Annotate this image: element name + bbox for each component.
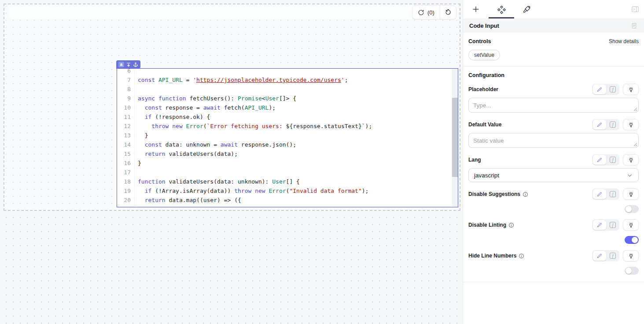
line-content: throw new Error(`Error fetching users: $… xyxy=(135,122,372,131)
plug-icon xyxy=(628,157,634,163)
history-icon xyxy=(445,9,452,16)
field-label-text: Lang xyxy=(468,157,481,163)
fx-mode-button[interactable]: f xyxy=(607,220,618,230)
controls-section: Controls Show details setValue xyxy=(463,33,644,66)
line-number: 8 xyxy=(117,85,135,94)
field-label-text: Disable Suggestions xyxy=(468,191,520,197)
code-line[interactable]: 14 const data: unknown = await response.… xyxy=(117,140,452,149)
line-content xyxy=(135,168,138,177)
static-mode-button[interactable] xyxy=(593,120,606,129)
widget-handle-badge[interactable]: a xyxy=(118,62,124,67)
collapse-panel-button[interactable] xyxy=(631,5,640,14)
code-line[interactable]: 11 if (!response.ok) { xyxy=(117,112,452,122)
fx-mode-button[interactable]: f xyxy=(607,155,618,165)
value-mode-segment: f xyxy=(592,219,619,231)
bind-data-button[interactable] xyxy=(623,84,639,95)
static-mode-button[interactable] xyxy=(593,155,606,165)
arrow-down-to-bar-icon[interactable] xyxy=(126,62,131,67)
field-hide-line-numbers: Hide Line Numbersf xyxy=(468,250,639,275)
bind-data-button[interactable] xyxy=(623,219,639,231)
info-icon[interactable] xyxy=(508,222,514,228)
code-line[interactable]: 15 return validateUsers(data); xyxy=(117,149,452,158)
widget-title: Code Input xyxy=(469,22,499,29)
disable-suggestions-toggle[interactable] xyxy=(625,205,639,213)
line-content: function validateUsers(data: unknown): U… xyxy=(135,177,300,186)
fx-mode-button[interactable]: f xyxy=(607,120,618,129)
code-line[interactable]: 21 id: user.id, xyxy=(117,205,452,207)
input-placeholder: Static value xyxy=(473,137,504,144)
resize-handle-icon[interactable] xyxy=(633,143,637,147)
docs-button[interactable] xyxy=(630,22,638,29)
default-value-input[interactable]: Static value xyxy=(468,133,639,148)
fx-mode-button[interactable]: f xyxy=(607,85,618,94)
anchor-icon[interactable] xyxy=(133,62,138,67)
resize-handle-icon[interactable] xyxy=(633,107,637,111)
static-mode-button[interactable] xyxy=(593,189,606,199)
code-scrollbar-thumb[interactable] xyxy=(452,98,458,177)
field-default-value: Default ValuefStatic value xyxy=(468,119,639,148)
lang-select[interactable]: javascript xyxy=(468,168,639,182)
value-mode-segment: f xyxy=(592,154,619,166)
code-line[interactable]: 20 return data.map((user) => ({ xyxy=(117,195,452,205)
tab-components[interactable] xyxy=(489,0,514,18)
fx-icon: f xyxy=(610,253,616,259)
history-button[interactable] xyxy=(440,6,456,19)
tab-styles[interactable] xyxy=(514,0,540,18)
info-icon[interactable] xyxy=(523,191,528,197)
code-line[interactable]: 16} xyxy=(117,158,452,168)
fx-icon: f xyxy=(610,122,616,128)
code-line[interactable]: 12 throw new Error(`Error fetching users… xyxy=(117,122,452,131)
code-line[interactable]: 6 xyxy=(117,68,452,75)
code-line[interactable]: 7const API_URL = 'https://jsonplaceholde… xyxy=(117,75,452,85)
field-label: Disable Suggestions xyxy=(468,191,528,197)
control-chip-setValue[interactable]: setValue xyxy=(468,50,500,60)
static-mode-button[interactable] xyxy=(593,85,606,94)
placeholder-input[interactable]: Type... xyxy=(468,98,639,113)
code-line[interactable]: 13 } xyxy=(117,131,452,140)
pencil-icon xyxy=(596,253,603,259)
line-number: 21 xyxy=(117,205,135,207)
bind-data-button[interactable] xyxy=(623,188,639,200)
run-events-button[interactable]: (0) xyxy=(412,6,440,19)
line-content xyxy=(135,68,138,75)
line-content: id: user.id, xyxy=(135,205,193,207)
toggle-knob xyxy=(632,237,638,243)
show-details-button[interactable]: Show details xyxy=(609,38,639,44)
code-line[interactable]: 9async function fetchUsers(): Promise<Us… xyxy=(117,94,452,103)
code-line[interactable]: 19 if (!Array.isArray(data)) throw new E… xyxy=(117,186,452,195)
line-content: const API_URL = 'https://jsonplaceholder… xyxy=(135,75,348,85)
plug-icon xyxy=(628,222,634,228)
fx-mode-button[interactable]: f xyxy=(607,251,618,261)
code-lines[interactable]: 67const API_URL = 'https://jsonplacehold… xyxy=(117,68,452,207)
field-label-text: Disable Linting xyxy=(468,222,506,228)
code-scrollbar-track[interactable] xyxy=(452,69,458,207)
static-mode-button[interactable] xyxy=(593,220,606,230)
field-placeholder: PlaceholderfType... xyxy=(468,84,639,113)
code-line[interactable]: 8 xyxy=(117,85,452,94)
value-mode-segment: f xyxy=(592,188,619,200)
components-diamonds-icon xyxy=(497,5,506,14)
code-input-widget[interactable]: 67const API_URL = 'https://jsonplacehold… xyxy=(117,68,458,207)
line-content: async function fetchUsers(): Promise<Use… xyxy=(135,94,296,103)
field-label: Hide Line Numbers xyxy=(468,253,524,259)
tab-add[interactable] xyxy=(463,0,489,18)
code-line[interactable]: 10 const response = await fetch(API_URL)… xyxy=(117,103,452,112)
hide-line-numbers-toggle[interactable] xyxy=(625,267,639,275)
code-line[interactable]: 17 xyxy=(117,168,452,177)
bind-data-button[interactable] xyxy=(623,154,639,166)
fx-mode-button[interactable]: f xyxy=(607,189,618,199)
line-content: if (!response.ok) { xyxy=(135,112,210,122)
fx-icon: f xyxy=(610,86,616,92)
value-mode-segment: f xyxy=(592,119,619,130)
line-content: const data: unknown = await response.jso… xyxy=(135,140,296,149)
static-mode-button[interactable] xyxy=(593,251,606,261)
line-number: 20 xyxy=(117,195,135,205)
info-icon[interactable] xyxy=(519,253,524,259)
disable-linting-toggle[interactable] xyxy=(625,236,639,244)
line-content: return data.map((user) => ({ xyxy=(135,195,241,205)
bind-data-button[interactable] xyxy=(623,119,639,130)
code-line[interactable]: 18function validateUsers(data: unknown):… xyxy=(117,177,452,186)
bind-data-button[interactable] xyxy=(623,250,639,261)
field-label: Disable Linting xyxy=(468,222,514,228)
editor-canvas[interactable]: (0) a xyxy=(0,0,463,324)
